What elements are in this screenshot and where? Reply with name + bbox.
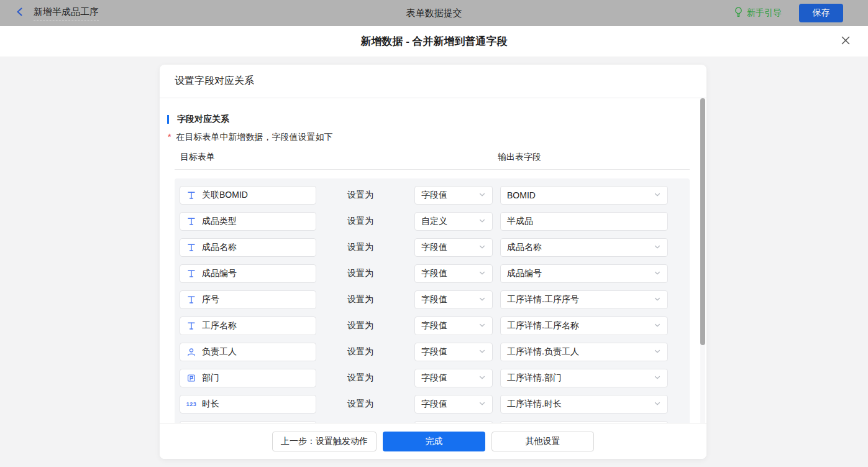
- output-field-select[interactable]: 工序详情.时长: [500, 395, 668, 414]
- field-label: 序号: [202, 294, 219, 305]
- output-field-select[interactable]: 成品编号: [500, 264, 668, 283]
- value-mode-select[interactable]: 字段值: [414, 238, 493, 257]
- mode-value: 字段值: [421, 346, 447, 358]
- field-mapping-row: 123 时长 设置为 字段值 工序详情.时长: [180, 395, 685, 414]
- set-as-label: 设置为: [347, 346, 382, 358]
- chevron-down-icon: [654, 295, 661, 305]
- scrollbar-track[interactable]: [700, 98, 705, 423]
- output-value: 成品编号: [507, 268, 542, 279]
- field-label: 成品编号: [202, 268, 237, 279]
- close-button[interactable]: [838, 34, 853, 49]
- value-mode-select[interactable]: 字段值: [414, 395, 493, 414]
- scrollbar-thumb[interactable]: [700, 98, 705, 345]
- chevron-down-icon: [654, 243, 661, 252]
- mode-value: 字段值: [421, 242, 447, 253]
- output-field-select[interactable]: 工序详情.部门: [500, 369, 668, 387]
- previous-step-button[interactable]: 上一步：设置触发动作: [272, 432, 377, 451]
- user-field-icon: [186, 348, 196, 356]
- description-text: 在目标表单中新增数据，字段值设置如下: [176, 132, 332, 142]
- top-bar: 新增半成品工序 表单数据提交 新手引导 保存: [0, 0, 868, 26]
- output-value: 工序详情.时长: [507, 399, 562, 410]
- section-title: 字段对应关系: [167, 114, 706, 124]
- chevron-down-icon: [654, 269, 661, 279]
- field-label: 部门: [202, 372, 219, 384]
- beginner-guide-label: 新手引导: [747, 7, 782, 19]
- back-button[interactable]: [15, 7, 25, 19]
- column-header-target-form: 目标表单: [180, 152, 498, 163]
- card-scroll-area: 字段对应关系 * 在目标表单中新增数据，字段值设置如下 目标表单 输出表字段: [160, 98, 706, 423]
- chevron-down-icon: [478, 243, 486, 252]
- finish-button[interactable]: 完成: [383, 432, 485, 451]
- output-value: 工序详情.负责工人: [507, 346, 579, 358]
- target-field-box: 123 部门: [180, 369, 316, 387]
- beginner-guide-link[interactable]: 新手引导: [734, 7, 782, 19]
- set-as-label: 设置为: [347, 242, 382, 253]
- value-mode-select[interactable]: 字段值: [414, 264, 493, 283]
- set-as-label: 设置为: [347, 399, 382, 410]
- value-mode-select[interactable]: 字段值: [414, 369, 493, 387]
- field-mapping-row: 123 负责工人 设置为 字段值 工序详情.负责工人: [180, 343, 685, 361]
- card-header-title: 设置字段对应关系: [175, 75, 254, 88]
- column-headers: 目标表单 输出表字段: [175, 152, 690, 170]
- target-field-box: 123 关联BOMID: [180, 186, 316, 205]
- back-chevron-icon: [15, 7, 25, 19]
- value-mode-select[interactable]: 字段值: [414, 317, 493, 335]
- other-settings-button[interactable]: 其他设置: [491, 432, 594, 451]
- chevron-down-icon: [478, 399, 486, 409]
- text-field-icon: [186, 217, 196, 226]
- set-as-label: 设置为: [347, 268, 382, 279]
- chevron-down-icon: [654, 399, 661, 409]
- output-field-select[interactable]: BOMID: [500, 186, 668, 205]
- column-header-output-field: 输出表字段: [498, 152, 541, 163]
- chevron-down-icon: [654, 321, 661, 331]
- modal-title: 新增数据 - 合并新增到普通字段: [360, 34, 507, 49]
- value-mode-select[interactable]: 字段值: [414, 186, 493, 205]
- output-field-select[interactable]: 半成品: [500, 212, 668, 231]
- chevron-down-icon: [478, 190, 486, 200]
- field-label: 成品类型: [202, 216, 237, 227]
- mode-value: 字段值: [421, 190, 447, 201]
- value-mode-select[interactable]: 字段值: [414, 343, 493, 361]
- section-accent-bar: [167, 115, 169, 124]
- number-field-icon: 123: [186, 401, 196, 407]
- department-field-icon: [186, 374, 196, 382]
- output-field-select[interactable]: [500, 421, 668, 423]
- target-field-box: 123 成品类型: [180, 212, 316, 231]
- output-field-select[interactable]: 工序详情.工序序号: [500, 290, 668, 309]
- mode-value: 字段值: [421, 320, 447, 331]
- value-mode-select[interactable]: [414, 421, 493, 423]
- mode-value: 字段值: [421, 268, 447, 279]
- section-description: * 在目标表单中新增数据，字段值设置如下: [168, 132, 706, 142]
- field-mapping-row: 123 工序名称 设置为 字段值 工序详情.工序名称: [180, 317, 685, 335]
- text-field-icon: [186, 191, 196, 200]
- text-field-icon: [186, 321, 196, 330]
- target-field-box: 123 成品名称: [180, 238, 316, 257]
- output-value: 工序详情.部门: [507, 372, 562, 384]
- target-field-box: 123 时长: [180, 395, 316, 414]
- field-label: 时长: [202, 399, 219, 410]
- output-value: 工序详情.工序名称: [507, 320, 579, 331]
- value-mode-select[interactable]: 自定义: [414, 212, 493, 231]
- text-field-icon: [186, 269, 196, 278]
- output-field-select[interactable]: 工序详情.工序名称: [500, 317, 668, 335]
- chevron-down-icon: [478, 321, 486, 331]
- set-as-label: 设置为: [347, 320, 382, 331]
- output-field-select[interactable]: 成品名称: [500, 238, 668, 257]
- field-label: 成品名称: [202, 242, 237, 253]
- value-mode-select[interactable]: 字段值: [414, 290, 493, 309]
- card-footer: 上一步：设置触发动作 完成 其他设置: [160, 423, 706, 459]
- field-mapping-row: 123: [180, 421, 685, 423]
- field-mapping-row: 123 成品名称 设置为 字段值 成品名称: [180, 238, 685, 257]
- section-title-text: 字段对应关系: [177, 114, 229, 125]
- chevron-down-icon: [654, 190, 661, 200]
- field-mapping-row: 123 成品类型 设置为 自定义 半成品: [180, 212, 685, 231]
- close-icon: [841, 35, 851, 48]
- chevron-down-icon: [478, 373, 486, 383]
- output-field-select[interactable]: 工序详情.负责工人: [500, 343, 668, 361]
- field-mapping-row: 123 部门 设置为 字段值 工序详情.部门: [180, 369, 685, 387]
- mode-value: 自定义: [421, 216, 447, 227]
- chevron-down-icon: [654, 373, 661, 383]
- workflow-title[interactable]: 新增半成品工序: [34, 6, 99, 21]
- target-field-box: 123 成品编号: [180, 264, 316, 283]
- save-button[interactable]: 保存: [799, 4, 843, 22]
